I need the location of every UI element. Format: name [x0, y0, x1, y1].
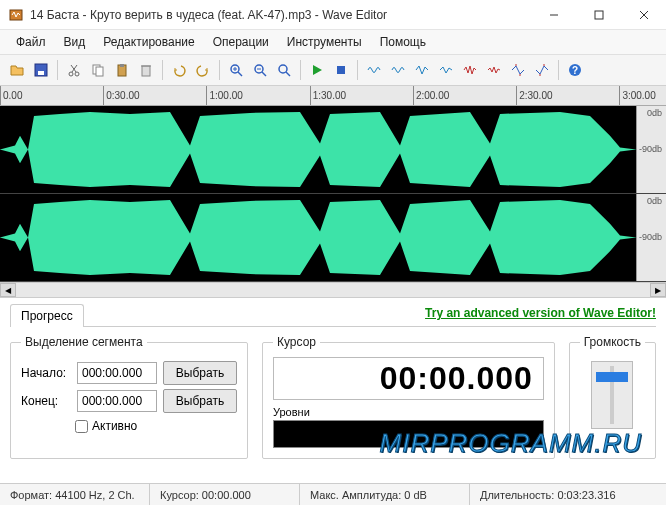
tabs: Прогресс Try an advanced version of Wave… — [10, 304, 656, 327]
db-scale: 0db -90db — [636, 194, 666, 281]
svg-rect-26 — [337, 66, 345, 74]
svg-point-8 — [75, 72, 79, 76]
zoom-fit-icon[interactable] — [273, 59, 295, 81]
stop-icon[interactable] — [330, 59, 352, 81]
svg-line-10 — [71, 65, 76, 72]
titlebar: 14 Баста - Круто верить в чудеса (feat. … — [0, 0, 666, 30]
segment-start-label: Начало: — [21, 366, 71, 380]
segment-end-input[interactable] — [77, 390, 157, 412]
db-0-label: 0db — [645, 108, 664, 118]
play-icon[interactable] — [306, 59, 328, 81]
undo-icon[interactable] — [168, 59, 190, 81]
svg-rect-2 — [595, 11, 603, 19]
segment-legend: Выделение сегмента — [21, 335, 147, 349]
open-icon[interactable] — [6, 59, 28, 81]
volume-slider[interactable] — [591, 361, 633, 429]
menu-view[interactable]: Вид — [56, 33, 94, 51]
segment-fieldset: Выделение сегмента Начало: Выбрать Конец… — [10, 335, 248, 459]
app-icon — [8, 7, 24, 23]
ruler-tick: 3:00.00 — [619, 86, 655, 105]
segment-active-checkbox[interactable] — [75, 420, 88, 433]
levels-label: Уровни — [273, 406, 544, 418]
volume-fieldset: Громкость — [569, 335, 656, 459]
redo-icon[interactable] — [192, 59, 214, 81]
ruler-tick: 2:30.00 — [516, 86, 552, 105]
menu-edit[interactable]: Редактирование — [95, 33, 202, 51]
window-title: 14 Баста - Круто верить в чудеса (feat. … — [30, 8, 531, 22]
segment-start-select-button[interactable]: Выбрать — [163, 361, 237, 385]
controls-panel: Прогресс Try an advanced version of Wave… — [0, 298, 666, 463]
menubar: Файл Вид Редактирование Операции Инструм… — [0, 30, 666, 54]
wave-effect2-icon[interactable] — [387, 59, 409, 81]
cursor-time-display: 00:00.000 — [273, 357, 544, 400]
minimize-button[interactable] — [531, 0, 576, 30]
status-duration: Длительность: 0:03:23.316 — [470, 484, 666, 505]
copy-icon[interactable] — [87, 59, 109, 81]
ruler-tick: 2:00.00 — [413, 86, 449, 105]
delete-icon[interactable] — [135, 59, 157, 81]
wave-effect6-icon[interactable] — [483, 59, 505, 81]
tab-progress[interactable]: Прогресс — [10, 304, 84, 327]
horizontal-scrollbar[interactable]: ◀ ▶ — [0, 282, 666, 298]
db-0-label: 0db — [645, 196, 664, 206]
wave-effect5-icon[interactable] — [459, 59, 481, 81]
status-cursor: Курсор: 00:00.000 — [150, 484, 300, 505]
zoom-out-icon[interactable] — [249, 59, 271, 81]
scroll-right-arrow[interactable]: ▶ — [650, 283, 666, 297]
ruler-tick: 1:00.00 — [206, 86, 242, 105]
segment-end-label: Конец: — [21, 394, 71, 408]
save-icon[interactable] — [30, 59, 52, 81]
db-90-label: -90db — [637, 144, 664, 154]
wave-effect1-icon[interactable] — [363, 59, 385, 81]
menu-tools[interactable]: Инструменты — [279, 33, 370, 51]
svg-line-22 — [262, 72, 266, 76]
ruler-tick: 1:30.00 — [310, 86, 346, 105]
svg-text:?: ? — [572, 65, 578, 76]
timeline-ruler[interactable]: 0.00 0:30.00 1:00.00 1:30.00 2:00.00 2:3… — [0, 86, 666, 106]
svg-line-18 — [238, 72, 242, 76]
svg-rect-15 — [142, 66, 150, 76]
cursor-fieldset: Курсор 00:00.000 Уровни — [262, 335, 555, 459]
upgrade-link[interactable]: Try an advanced version of Wave Editor! — [425, 306, 656, 324]
zoom-in-icon[interactable] — [225, 59, 247, 81]
segment-active-label: Активно — [92, 419, 137, 433]
help-icon[interactable]: ? — [564, 59, 586, 81]
cursor-legend: Курсор — [273, 335, 320, 349]
db-90-label: -90db — [637, 232, 664, 242]
wave-effect4-icon[interactable] — [435, 59, 457, 81]
wave-effect7-icon[interactable] — [507, 59, 529, 81]
menu-file[interactable]: Файл — [8, 33, 54, 51]
levels-meter — [273, 420, 544, 448]
ruler-tick: 0:30.00 — [103, 86, 139, 105]
cut-icon[interactable] — [63, 59, 85, 81]
svg-rect-0 — [10, 10, 22, 20]
svg-rect-12 — [96, 67, 103, 76]
wave-effect8-icon[interactable] — [531, 59, 553, 81]
menu-operations[interactable]: Операции — [205, 33, 277, 51]
svg-line-25 — [286, 72, 290, 76]
wave-effect3-icon[interactable] — [411, 59, 433, 81]
menu-help[interactable]: Помощь — [372, 33, 434, 51]
svg-point-7 — [69, 72, 73, 76]
volume-thumb[interactable] — [596, 372, 628, 382]
db-scale: 0db -90db — [636, 106, 666, 193]
svg-rect-6 — [38, 71, 44, 75]
toolbar: ? — [0, 54, 666, 86]
maximize-button[interactable] — [576, 0, 621, 30]
scroll-track[interactable] — [16, 283, 650, 297]
ruler-tick: 0.00 — [0, 86, 22, 105]
close-button[interactable] — [621, 0, 666, 30]
waveform-display[interactable]: 0db -90db 0db -90db — [0, 106, 666, 282]
statusbar: Формат: 44100 Hz, 2 Ch. Курсор: 00:00.00… — [0, 483, 666, 505]
segment-start-input[interactable] — [77, 362, 157, 384]
waveform-channel-left[interactable]: 0db -90db — [0, 106, 666, 194]
svg-rect-14 — [120, 64, 124, 67]
status-amplitude: Макс. Амплитуда: 0 dB — [300, 484, 470, 505]
scroll-left-arrow[interactable]: ◀ — [0, 283, 16, 297]
svg-line-9 — [72, 65, 77, 72]
paste-icon[interactable] — [111, 59, 133, 81]
waveform-channel-right[interactable]: 0db -90db — [0, 194, 666, 282]
segment-end-select-button[interactable]: Выбрать — [163, 389, 237, 413]
status-format: Формат: 44100 Hz, 2 Ch. — [0, 484, 150, 505]
svg-point-24 — [279, 65, 287, 73]
